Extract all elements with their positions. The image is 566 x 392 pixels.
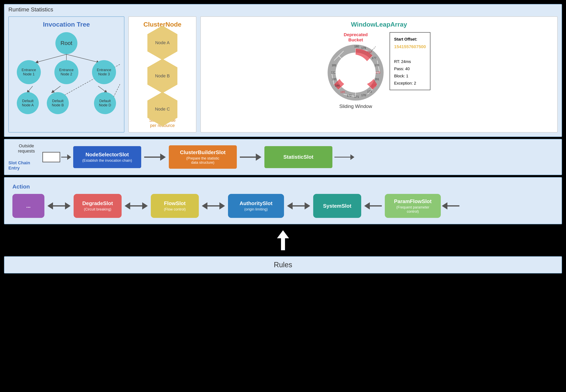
runtime-inner: Invocation Tree bbox=[8, 16, 558, 133]
entrance-node-1: EntranceNode 1 bbox=[17, 60, 41, 84]
arrow-3 bbox=[240, 154, 261, 161]
rules-section: Rules bbox=[4, 256, 562, 273]
arrow-shaft-2 bbox=[144, 156, 160, 158]
arrow-head-1 bbox=[67, 154, 71, 160]
arrow-shaft-3 bbox=[240, 156, 256, 158]
default-node-a: DefaultNode A bbox=[17, 92, 39, 114]
degrade-subtitle: (Circuit breaking) bbox=[84, 207, 111, 211]
arrow-right-a2 bbox=[142, 202, 148, 210]
param-flow-subtitle: (Frequent parametercontrol) bbox=[396, 205, 429, 214]
action-section: Action ... DegradeSlot (Circuit breaking… bbox=[4, 177, 562, 224]
arrow-shaft-1 bbox=[61, 157, 67, 157]
dots-title: ... bbox=[26, 203, 31, 209]
authority-subtitle: (origin limiting) bbox=[244, 207, 268, 211]
arrow-left-4 bbox=[287, 202, 293, 210]
dots-slot: ... bbox=[12, 194, 44, 218]
degrade-slot: DegradeSlot (Circuit breaking) bbox=[73, 194, 122, 218]
entrance-node-3: EntranceNode 3 bbox=[92, 60, 116, 84]
arrow-left-5 bbox=[364, 202, 370, 210]
arrow-right-a1 bbox=[65, 202, 71, 210]
ring-svg: 180 179 162 177 176 175 191 173 172 170 … bbox=[328, 44, 384, 100]
svg-line-4 bbox=[53, 86, 61, 92]
svg-text:176: 176 bbox=[375, 64, 379, 67]
start-offset-label: Start Offset: 1541557607500 bbox=[394, 36, 426, 51]
degrade-title: DegradeSlot bbox=[82, 200, 113, 207]
outside-requests-label: Outsiderequests bbox=[16, 143, 36, 154]
window-leap-title: WindowLeapArray bbox=[205, 21, 553, 28]
node-selector-subtitle: (Establish the invocation chain) bbox=[82, 158, 132, 163]
input-box bbox=[43, 152, 60, 162]
up-arrow-container bbox=[4, 226, 562, 254]
svg-text:172: 172 bbox=[367, 90, 372, 93]
svg-line-3 bbox=[28, 86, 33, 92]
arrow-shaft-a1 bbox=[53, 205, 65, 207]
svg-text:180: 180 bbox=[354, 45, 359, 48]
runtime-stats-label: Runtime Statistics bbox=[8, 6, 53, 13]
arrow-shaft-a2 bbox=[130, 205, 142, 207]
slot-chain-entry-label: Slot ChainEntry bbox=[8, 160, 30, 171]
up-arrow bbox=[277, 230, 289, 250]
arrow-left-1 bbox=[47, 202, 53, 210]
cluster-builder-subtitle: (Prepare the statisticdata structure) bbox=[186, 156, 219, 165]
authority-title: AuthoritySlot bbox=[240, 200, 273, 207]
hex-node-c: Node C bbox=[147, 100, 177, 118]
hex-node-b: Node B bbox=[147, 67, 177, 84]
node-selector-title: NodeSelectorSlot bbox=[85, 152, 129, 158]
flow-title: FlowSlot bbox=[164, 200, 186, 207]
hex-b-wrapper: Node B bbox=[147, 67, 177, 84]
sliding-window-label: Sliding Window bbox=[339, 104, 372, 109]
action-slots-row: ... DegradeSlot (Circuit breaking) bbox=[12, 194, 554, 218]
slot-chain-inner: NodeSelectorSlot (Establish the invocati… bbox=[43, 145, 554, 169]
runtime-stats-section: Runtime Statistics Invocation Tree bbox=[4, 4, 562, 137]
svg-text:184: 184 bbox=[335, 84, 340, 87]
cluster-builder-slot: ClusterBuilderSlot (Prepare the statisti… bbox=[169, 145, 237, 169]
svg-text:185: 185 bbox=[340, 90, 345, 94]
arrow-shaft-a5 bbox=[370, 205, 382, 207]
arrow-right-3 bbox=[256, 154, 261, 161]
input-arrow bbox=[43, 152, 71, 162]
arrow-shaft-out bbox=[334, 157, 350, 157]
arrow-shaft-a3 bbox=[207, 205, 219, 207]
svg-text:172: 172 bbox=[347, 94, 352, 97]
svg-text:181: 181 bbox=[332, 64, 337, 67]
tree-area: Root EntranceNode 1 EntranceNode 2 Entra… bbox=[13, 32, 120, 118]
svg-text:175: 175 bbox=[376, 71, 381, 74]
svg-text:179: 179 bbox=[362, 46, 366, 50]
root-node: Root bbox=[55, 32, 77, 54]
svg-text:191: 191 bbox=[375, 78, 379, 81]
hexagon-container: Node A Node B Node C bbox=[147, 34, 177, 118]
arrow-right-a4 bbox=[305, 202, 310, 210]
arrow-2 bbox=[144, 154, 166, 161]
arrow-action-2 bbox=[125, 202, 148, 210]
up-arrow-shaft bbox=[281, 238, 285, 250]
main-container: Runtime Statistics Invocation Tree bbox=[0, 0, 566, 392]
param-flow-slot: ParamFlowSlot (Frequent parametercontrol… bbox=[385, 194, 441, 218]
invocation-tree-box: Invocation Tree bbox=[8, 16, 124, 133]
arrow-right-a3 bbox=[219, 202, 225, 210]
cluster-node-box: ClusterNode Node A Node B Node C Statist… bbox=[128, 16, 196, 133]
param-flow-input-arrow bbox=[442, 202, 459, 210]
rt-value: RT: 24ms bbox=[394, 58, 426, 65]
arrow-left-3 bbox=[202, 202, 207, 210]
arrow-left-param bbox=[442, 202, 447, 210]
hex-node-a: Node A bbox=[147, 34, 177, 51]
svg-text:162: 162 bbox=[367, 50, 372, 54]
up-arrow-head bbox=[277, 230, 289, 238]
statistic-slot: StatisticSlot bbox=[264, 146, 333, 168]
flow-subtitle: (Flow control) bbox=[164, 207, 186, 211]
arrow-action-4 bbox=[287, 202, 310, 210]
sliding-window-container: DeprecatedBucket bbox=[328, 32, 384, 109]
svg-text:171: 171 bbox=[354, 95, 359, 98]
param-flow-title: ParamFlowSlot bbox=[394, 198, 432, 205]
default-node-d: DefaultNode D bbox=[94, 92, 116, 114]
arrow-action-3 bbox=[202, 202, 225, 210]
svg-text:181: 181 bbox=[331, 71, 336, 74]
window-leap-box: WindowLeapArray DeprecatedBucket bbox=[200, 16, 558, 133]
default-node-b: DefaultNode B bbox=[47, 92, 69, 114]
statistic-slot-title: StatisticSlot bbox=[283, 154, 313, 160]
svg-text:173: 173 bbox=[372, 84, 377, 87]
hex-a-wrapper: Node A bbox=[147, 34, 177, 51]
arrow-action-5 bbox=[364, 202, 382, 210]
svg-line-5 bbox=[98, 86, 106, 92]
info-box: Start Offset: 1541557607500 RT: 24ms Pas… bbox=[390, 32, 430, 90]
